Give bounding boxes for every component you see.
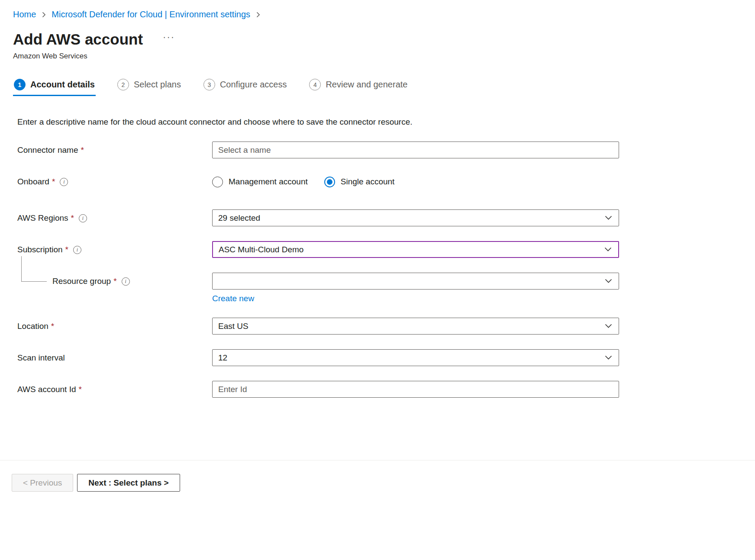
form-description: Enter a descriptive name for the cloud a…: [12, 117, 743, 127]
radio-selected-icon: [324, 177, 335, 187]
chevron-right-icon: [41, 11, 46, 18]
subscription-dropdown[interactable]: ASC Multi-Cloud Demo: [212, 241, 619, 258]
more-options-icon[interactable]: ···: [163, 31, 175, 43]
resource-group-label-cell: Resource group * i: [17, 273, 212, 290]
required-asterisk: *: [65, 245, 68, 254]
info-icon[interactable]: i: [73, 246, 81, 254]
radio-unselected-icon: [212, 177, 223, 187]
tree-connector-line: [21, 256, 47, 282]
resource-group-label: Resource group: [52, 277, 111, 286]
chevron-down-icon: [605, 355, 612, 360]
onboard-single-account-label: Single account: [341, 177, 395, 187]
info-icon[interactable]: i: [79, 214, 87, 222]
scan-interval-value: 12: [218, 353, 227, 363]
location-label: Location: [17, 322, 48, 331]
aws-regions-input-cell: 29 selected: [212, 209, 619, 226]
info-icon[interactable]: i: [122, 277, 130, 286]
scan-interval-input-cell: 12: [212, 349, 619, 366]
breadcrumb-environment-settings-link[interactable]: Microsoft Defender for Cloud | Environme…: [52, 10, 250, 19]
required-asterisk: *: [113, 277, 116, 286]
previous-button[interactable]: < Previous: [12, 474, 73, 492]
onboard-label: Onboard: [17, 177, 49, 187]
aws-account-id-label-cell: AWS account Id *: [17, 381, 212, 398]
wizard-footer: < Previous Next : Select plans >: [0, 460, 755, 492]
onboard-radio-group: Management account Single account: [212, 173, 619, 190]
location-label-cell: Location *: [17, 318, 212, 335]
aws-regions-label-cell: AWS Regions * i: [17, 209, 212, 227]
create-new-link[interactable]: Create new: [212, 294, 254, 303]
subscription-label-cell: Subscription * i: [17, 241, 212, 258]
tab-select-plans[interactable]: 2 Select plans: [116, 76, 182, 96]
aws-regions-value: 29 selected: [218, 213, 260, 223]
chevron-down-icon: [605, 216, 612, 220]
subscription-input-cell: ASC Multi-Cloud Demo: [212, 241, 619, 258]
scan-interval-label-cell: Scan interval: [17, 349, 212, 367]
step-3-circle: 3: [203, 79, 215, 90]
aws-account-id-label: AWS account Id: [17, 385, 76, 394]
location-input-cell: East US: [212, 318, 619, 335]
connector-name-input-cell: [212, 142, 619, 158]
info-icon[interactable]: i: [60, 178, 68, 186]
onboard-input-cell: Management account Single account: [212, 173, 619, 190]
aws-account-id-row: AWS account Id *: [17, 381, 743, 398]
tab-configure-access[interactable]: 3 Configure access: [203, 76, 288, 96]
add-aws-account-page: Home Microsoft Defender for Cloud | Envi…: [0, 0, 755, 398]
tab-account-details[interactable]: 1 Account details: [13, 76, 96, 96]
step-4-circle: 4: [309, 79, 321, 90]
chevron-down-icon: [604, 247, 612, 252]
chevron-right-icon: [255, 11, 261, 18]
wizard-steps: 1 Account details 2 Select plans 3 Confi…: [12, 76, 743, 97]
step-4-label: Review and generate: [326, 80, 407, 90]
aws-regions-row: AWS Regions * i 29 selected: [17, 209, 743, 227]
required-asterisk: *: [51, 322, 54, 331]
location-dropdown[interactable]: East US: [212, 318, 619, 335]
breadcrumb-home-link[interactable]: Home: [13, 10, 36, 19]
aws-account-id-input-cell: [212, 381, 619, 398]
scan-interval-label: Scan interval: [17, 353, 65, 363]
aws-regions-dropdown[interactable]: 29 selected: [212, 209, 619, 226]
next-select-plans-button[interactable]: Next : Select plans >: [77, 474, 180, 492]
connector-name-row: Connector name *: [17, 142, 743, 159]
onboard-single-account-radio[interactable]: Single account: [324, 177, 395, 187]
aws-regions-label: AWS Regions: [17, 213, 68, 223]
resource-group-input-cell: Create new: [212, 273, 619, 303]
page-title: Add AWS account: [13, 31, 143, 48]
subscription-label: Subscription: [17, 245, 63, 254]
required-asterisk: *: [52, 177, 55, 187]
onboard-row: Onboard * i Management account Single ac…: [17, 173, 743, 190]
subscription-value: ASC Multi-Cloud Demo: [219, 245, 303, 254]
step-2-circle: 2: [117, 79, 129, 90]
onboard-management-account-radio[interactable]: Management account: [212, 177, 308, 187]
onboard-management-account-label: Management account: [229, 177, 308, 187]
location-row: Location * East US: [17, 318, 743, 335]
required-asterisk: *: [79, 385, 82, 394]
breadcrumb: Home Microsoft Defender for Cloud | Envi…: [12, 6, 743, 24]
location-value: East US: [218, 322, 248, 331]
step-3-label: Configure access: [220, 80, 287, 90]
onboard-label-cell: Onboard * i: [17, 173, 212, 190]
chevron-down-icon: [605, 279, 612, 283]
account-details-form: Connector name * Onboard * i Management …: [12, 142, 743, 398]
page-subtitle: Amazon Web Services: [12, 52, 743, 61]
required-asterisk: *: [81, 145, 84, 155]
resource-group-dropdown[interactable]: [212, 273, 619, 290]
connector-name-label-cell: Connector name *: [17, 142, 212, 159]
resource-group-row: Resource group * i Create new: [17, 273, 743, 303]
step-1-circle: 1: [14, 79, 26, 90]
step-2-label: Select plans: [134, 80, 181, 90]
tab-review-and-generate[interactable]: 4 Review and generate: [308, 76, 408, 96]
connector-name-label: Connector name: [17, 145, 78, 155]
scan-interval-row: Scan interval 12: [17, 349, 743, 367]
title-row: Add AWS account ···: [12, 31, 743, 48]
required-asterisk: *: [71, 213, 74, 223]
scan-interval-dropdown[interactable]: 12: [212, 349, 619, 366]
subscription-row: Subscription * i ASC Multi-Cloud Demo: [17, 241, 743, 258]
aws-account-id-input[interactable]: [212, 381, 619, 398]
step-1-label: Account details: [30, 80, 95, 90]
connector-name-input[interactable]: [212, 142, 619, 158]
chevron-down-icon: [605, 324, 612, 328]
